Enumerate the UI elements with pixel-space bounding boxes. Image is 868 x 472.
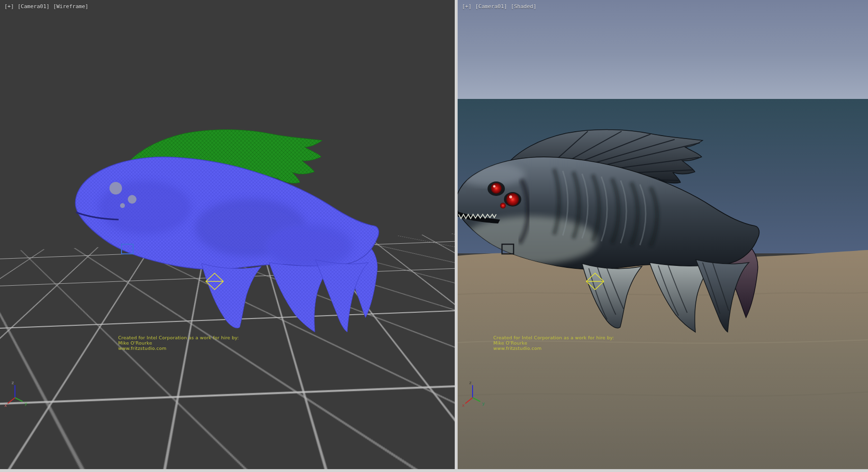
viewport-label-right: [+] [Camera01] [Shaded] — [462, 3, 537, 10]
watermark: Created for Intel Corporation as a work … — [493, 335, 614, 351]
viewport-wireframe[interactable]: [+] [Camera01] [Wireframe] — [0, 0, 455, 469]
fish-model-shaded[interactable] — [458, 130, 759, 332]
viewport-bottom-divider — [0, 469, 868, 472]
watermark-line1: Created for Intel Corporation as a work … — [493, 335, 614, 340]
shaded-scene[interactable] — [458, 0, 868, 469]
viewport-menu-button[interactable]: [+] — [4, 3, 14, 10]
wireframe-scene[interactable] — [0, 0, 455, 469]
dual-viewport-window: [+] [Camera01] [Wireframe] — [0, 0, 868, 472]
watermark-line3: www.fritzstudio.com — [118, 346, 239, 351]
viewport-camera-button[interactable]: [Camera01] — [18, 3, 50, 10]
viewport-divider[interactable] — [455, 0, 458, 472]
watermark: Created for Intel Corporation as a work … — [118, 335, 239, 351]
watermark-line2: Mike O'Rourke — [118, 340, 239, 346]
axis-x-label: x — [4, 403, 7, 407]
world-axis-tripod: z x y — [4, 379, 31, 407]
fish-model-wireframe[interactable] — [75, 130, 379, 332]
axis-z-label: z — [469, 380, 472, 385]
axis-y-label: y — [25, 401, 27, 406]
viewport-shading-button[interactable]: [Shaded] — [511, 3, 536, 10]
viewport-label-left: [+] [Camera01] [Wireframe] — [4, 3, 89, 10]
axis-y-label: y — [482, 401, 485, 406]
eye-spot — [120, 203, 125, 208]
world-axis-tripod: z x y — [461, 379, 488, 407]
axis-x-label: x — [462, 403, 465, 407]
viewport-shaded[interactable]: [+] [Camera01] [Shaded] — [458, 0, 868, 469]
watermark-line1: Created for Intel Corporation as a work … — [118, 335, 239, 340]
eye-spot — [109, 182, 122, 194]
viewport-camera-button[interactable]: [Camera01] — [475, 3, 507, 10]
eye-spot — [128, 195, 136, 204]
pectoral-fin-shaded[interactable] — [582, 264, 642, 328]
axis-z-label: z — [12, 380, 14, 385]
watermark-line3: www.fritzstudio.com — [493, 346, 614, 351]
viewport-menu-button[interactable]: [+] — [462, 3, 472, 10]
viewport-shading-button[interactable]: [Wireframe] — [53, 3, 88, 10]
watermark-line2: Mike O'Rourke — [493, 340, 614, 346]
